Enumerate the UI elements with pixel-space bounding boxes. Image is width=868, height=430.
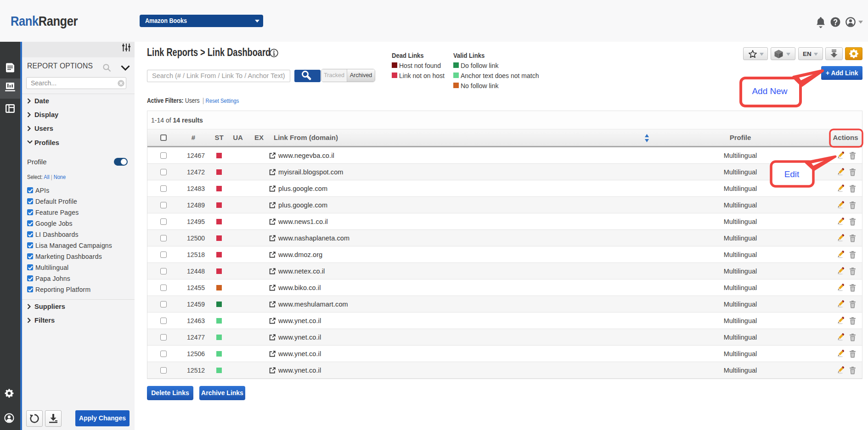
svg-text:Add New: Add New [752, 86, 787, 96]
svg-text:Edit: Edit [784, 169, 800, 179]
